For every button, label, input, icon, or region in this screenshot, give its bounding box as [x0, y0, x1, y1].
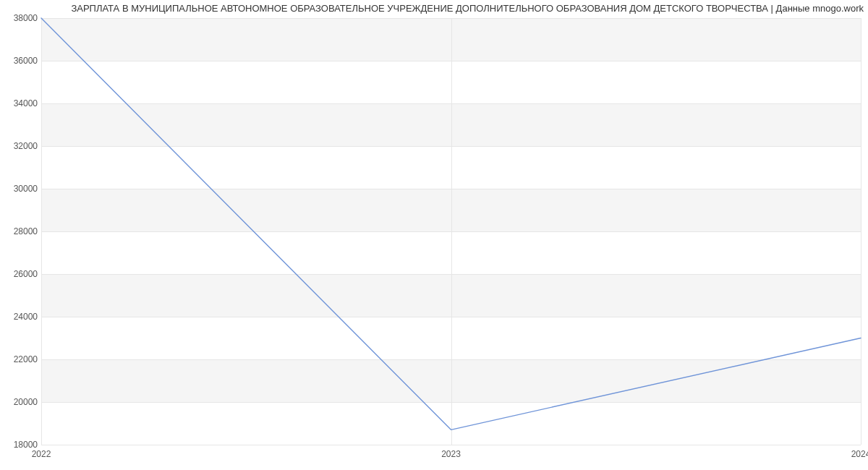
y-tick-label: 34000 [4, 98, 38, 108]
line-series [41, 18, 861, 445]
y-tick-label: 20000 [4, 397, 38, 407]
y-tick-label: 26000 [4, 269, 38, 279]
y-tick-label: 32000 [4, 141, 38, 151]
y-tick-label: 18000 [4, 440, 38, 450]
y-tick-label: 22000 [4, 354, 38, 364]
y-tick-label: 30000 [4, 184, 38, 194]
y-tick-label: 28000 [4, 226, 38, 236]
y-tick-label: 36000 [4, 56, 38, 66]
gridline-horizontal [41, 445, 861, 445]
x-tick-label: 2022 [32, 449, 51, 459]
chart-container: ЗАРПЛАТА В МУНИЦИПАЛЬНОЕ АВТОНОМНОЕ ОБРА… [0, 0, 868, 470]
y-tick-label: 24000 [4, 312, 38, 322]
plot-area [41, 18, 861, 445]
y-tick-label: 38000 [4, 13, 38, 23]
x-tick-label: 2024 [851, 449, 868, 459]
x-tick-label: 2023 [441, 449, 461, 459]
chart-title: ЗАРПЛАТА В МУНИЦИПАЛЬНОЕ АВТОНОМНОЕ ОБРА… [0, 3, 864, 14]
gridline-vertical [861, 18, 861, 445]
